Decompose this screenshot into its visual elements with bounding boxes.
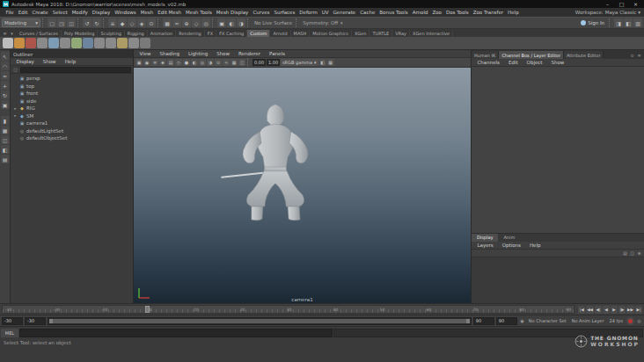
animation-start-field[interactable]: -30 [2, 317, 23, 325]
shelf-item-8[interactable] [83, 38, 93, 48]
isolate-select-icon[interactable]: ◧ [319, 59, 326, 66]
viewport-canvas[interactable]: camera1 [134, 68, 471, 303]
menu-item[interactable]: Deform [297, 10, 319, 15]
channel-box-menu-item[interactable]: Channels [475, 60, 501, 65]
menu-item[interactable]: UV [319, 10, 331, 15]
menu-item[interactable]: Edit [16, 10, 30, 15]
channel-box-body[interactable] [472, 67, 644, 233]
menu-item[interactable]: Dos Tools [443, 10, 471, 15]
shelf-tab[interactable]: Custom [247, 30, 270, 37]
step-forward-key-button[interactable]: |▶ [618, 306, 626, 314]
character-set-icon[interactable]: ◉ [519, 318, 525, 323]
menu-set-selector[interactable]: Modeling ▾ [2, 18, 40, 27]
anim-layer-selector[interactable]: No Anim Layer [570, 318, 606, 323]
select-tool-icon[interactable]: ↖ [1, 52, 10, 61]
render-settings-icon[interactable]: ◑ [237, 18, 245, 27]
go-to-end-button[interactable]: ▶| [635, 306, 642, 314]
textured-icon[interactable]: ◐ [191, 59, 198, 66]
sidebar-tab[interactable]: Channel Box / Layer Editor [499, 51, 564, 59]
viewport-menu-item[interactable]: Shading [157, 51, 181, 56]
shelf-item-9[interactable] [94, 38, 105, 48]
command-input[interactable] [19, 329, 333, 337]
save-scene-icon[interactable]: ◫ [67, 18, 76, 27]
outliner-item[interactable]: ▣ front [11, 90, 133, 98]
shelf-item-7[interactable] [71, 38, 82, 48]
menu-item[interactable]: Mesh Display [214, 10, 251, 15]
lasso-tool-icon[interactable]: ◠ [1, 62, 10, 70]
ambient-occlusion-icon[interactable]: ⊙ [215, 59, 222, 66]
sign-in-button[interactable]: Sign In [578, 20, 607, 25]
status-group-separator[interactable] [609, 18, 612, 27]
menu-item[interactable]: Bonus Tools [377, 10, 410, 15]
outliner-search-input[interactable] [20, 67, 131, 73]
layer-list[interactable] [472, 257, 644, 303]
status-group-separator[interactable] [77, 18, 81, 27]
channel-box-menu-item[interactable]: Edit [506, 60, 520, 65]
select-component-icon[interactable]: ◇ [128, 18, 136, 27]
current-frame-marker[interactable] [145, 306, 150, 313]
menu-item[interactable]: Mesh Tools [184, 10, 215, 15]
layout-single-pane-icon[interactable]: ▮ [1, 116, 10, 125]
gamma-field[interactable]: 1.00 [267, 59, 280, 66]
sidebar-tab[interactable]: Attribute Editor [564, 51, 604, 59]
timeline-track[interactable]: -30-20-100102030405060708090 [2, 305, 574, 314]
motion-blur-icon[interactable]: ≈ [223, 59, 230, 66]
channel-box-menu-item[interactable]: Show [549, 60, 567, 65]
menu-item[interactable]: Display [90, 10, 112, 15]
shelf-tab-options-icon[interactable]: ▾ [9, 31, 15, 36]
rotate-tool-icon[interactable]: ↻ [1, 90, 10, 99]
outliner-item[interactable]: ▣ persp [11, 75, 133, 83]
new-scene-icon[interactable]: ▢ [48, 18, 56, 27]
shelf-tab[interactable]: XGen Interactive [410, 30, 453, 37]
grid-toggle-icon[interactable]: ▦ [327, 59, 334, 66]
snap-to-point-icon[interactable]: ⊕ [182, 18, 191, 27]
menu-item[interactable]: Curves [251, 10, 272, 15]
shelf-tab[interactable]: FX Caching [216, 30, 247, 37]
channel-box-toggle-icon[interactable]: ▥ [633, 18, 642, 27]
viewport-menu-item[interactable]: Panels [267, 51, 288, 56]
play-backwards-button[interactable]: ◀ [603, 306, 610, 314]
menu-item[interactable]: Cache [358, 10, 377, 15]
viewport-menu-item[interactable]: View [137, 51, 153, 56]
outliner-item[interactable]: ◎ defaultObjectSet [11, 134, 133, 142]
menu-item[interactable]: Modify [70, 10, 90, 15]
layout-four-pane-icon[interactable]: ▦ [1, 126, 10, 134]
status-group-separator[interactable] [296, 18, 299, 27]
shelf-item-13[interactable] [140, 38, 150, 48]
exposure-field[interactable]: 0.00 [252, 59, 266, 66]
shaded-icon[interactable]: ● [183, 59, 190, 66]
menu-item[interactable]: Zoo Transfer [471, 10, 505, 15]
viewport-menu-item[interactable]: Lighting [186, 51, 209, 56]
menu-item[interactable]: Zoo [430, 10, 444, 15]
outliner-menu-item[interactable]: Display [14, 59, 36, 64]
expand-arrow-icon[interactable]: ▸ [13, 113, 18, 118]
channel-box-menu-item[interactable]: Object [524, 60, 545, 65]
range-start-handle[interactable] [49, 319, 53, 323]
make-live-icon[interactable]: ◎ [201, 18, 210, 27]
shelf-tab[interactable]: TURTLE [370, 30, 392, 37]
undo-icon[interactable]: ↺ [83, 18, 91, 27]
layer-editor-tab[interactable]: Anim [498, 234, 520, 242]
shelf-tab[interactable]: Poly Modeling [62, 30, 99, 37]
menu-item[interactable]: Arnold [410, 10, 430, 15]
shelf-tab[interactable]: FX [205, 30, 216, 37]
shelf-item-12[interactable] [128, 38, 139, 48]
new-empty-layer-icon[interactable]: ▤ [622, 250, 628, 256]
camera-attributes-icon[interactable]: ≡ [151, 59, 158, 66]
mel-toggle-button[interactable]: MEL [1, 329, 18, 337]
shelf-tab[interactable]: XGen [352, 30, 370, 37]
outliner-menu-item[interactable]: Show [40, 59, 58, 64]
shelf-tab[interactable]: VRay [392, 30, 410, 37]
shelf-item-2[interactable] [14, 38, 25, 48]
redo-icon[interactable]: ↻ [92, 18, 101, 27]
snap-to-grid-icon[interactable]: ▦ [163, 18, 172, 27]
shelf-tab[interactable]: Motion Graphics [310, 30, 352, 37]
paint-select-tool-icon[interactable]: ≈ [1, 71, 10, 80]
select-hierarchy-icon[interactable]: ≡ [108, 18, 117, 27]
ipr-render-icon[interactable]: ◐ [227, 18, 236, 27]
animation-preferences-icon[interactable]: ◎ [636, 318, 642, 323]
play-forwards-button[interactable]: ▶ [611, 306, 618, 314]
shelf-tab[interactable]: Rigging [125, 30, 148, 37]
menu-item[interactable]: Windows [113, 10, 139, 15]
minimize-button[interactable]: – [602, 0, 613, 8]
